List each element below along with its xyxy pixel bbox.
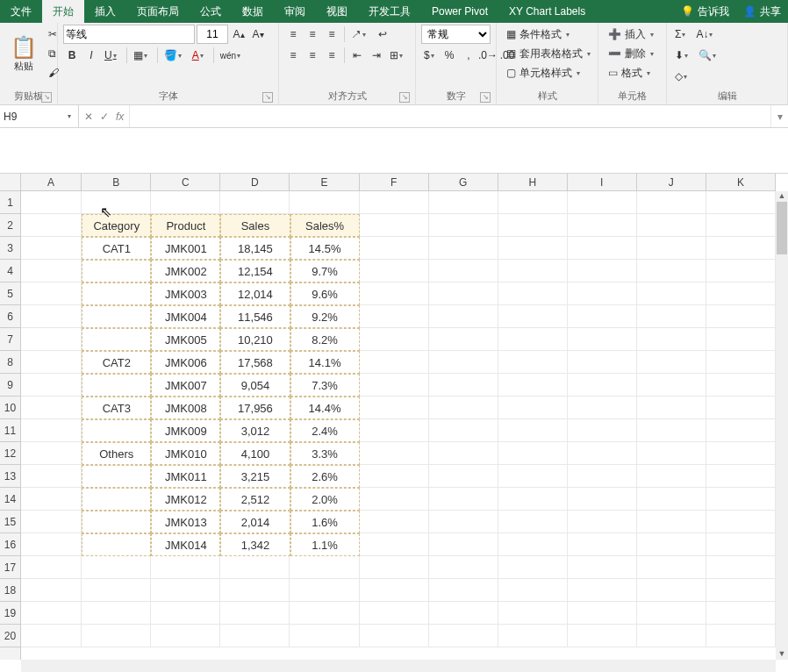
cell[interactable] bbox=[82, 625, 151, 647]
cell[interactable] bbox=[21, 442, 82, 465]
cell[interactable]: 14.4% bbox=[290, 397, 360, 419]
underline-button[interactable]: U▾ bbox=[102, 46, 123, 65]
cell[interactable] bbox=[429, 191, 498, 214]
cell[interactable]: JMK005 bbox=[151, 328, 220, 351]
cell[interactable] bbox=[151, 602, 220, 625]
cell[interactable]: JMK010 bbox=[151, 442, 220, 465]
decrease-indent-button[interactable]: ⇤ bbox=[348, 46, 366, 65]
cell[interactable] bbox=[21, 351, 82, 374]
tab-xy-chart-labels[interactable]: XY Chart Labels bbox=[498, 0, 596, 23]
font-size-combo[interactable] bbox=[197, 25, 228, 44]
cell[interactable] bbox=[568, 488, 637, 511]
increase-decimal-button[interactable]: .0→ bbox=[479, 46, 497, 65]
column-header[interactable]: C bbox=[151, 174, 220, 190]
column-header[interactable]: J bbox=[637, 174, 706, 190]
cell[interactable]: 12,154 bbox=[220, 260, 290, 282]
cell[interactable] bbox=[637, 260, 706, 282]
cell[interactable] bbox=[429, 214, 498, 237]
cell[interactable] bbox=[360, 282, 429, 305]
number-format-combo[interactable]: 常规 bbox=[421, 25, 491, 44]
orientation-button[interactable]: ⭧▾ bbox=[348, 25, 372, 44]
cell[interactable]: Others bbox=[82, 442, 151, 465]
cell[interactable] bbox=[21, 419, 82, 442]
cell[interactable]: 8.2% bbox=[290, 328, 360, 351]
row-header[interactable]: 19 bbox=[0, 602, 20, 625]
cell-styles-button[interactable]: ▢单元格样式▾ bbox=[502, 63, 592, 82]
select-all-corner[interactable] bbox=[0, 174, 21, 191]
cell[interactable] bbox=[637, 419, 706, 442]
cell[interactable] bbox=[220, 579, 290, 602]
cell[interactable] bbox=[706, 533, 776, 556]
fill-button[interactable]: ⬇▾ bbox=[672, 46, 694, 65]
cell[interactable] bbox=[498, 397, 568, 419]
cell[interactable] bbox=[82, 579, 151, 602]
cell[interactable] bbox=[429, 397, 498, 419]
cell[interactable] bbox=[21, 191, 82, 214]
font-name-combo[interactable] bbox=[63, 25, 195, 44]
tab-formulas[interactable]: 公式 bbox=[190, 0, 232, 23]
cell[interactable] bbox=[706, 328, 776, 351]
cell[interactable] bbox=[360, 419, 429, 442]
cell[interactable] bbox=[568, 579, 637, 602]
cell[interactable] bbox=[498, 305, 568, 328]
delete-cells-button[interactable]: ➖删除▾ bbox=[604, 44, 661, 63]
cell[interactable]: Category bbox=[82, 214, 151, 237]
cell[interactable] bbox=[706, 442, 776, 465]
cell[interactable] bbox=[706, 419, 776, 442]
cell[interactable] bbox=[21, 305, 82, 328]
cell[interactable] bbox=[360, 602, 429, 625]
cell[interactable]: JMK009 bbox=[151, 419, 220, 442]
percent-format-button[interactable]: % bbox=[441, 46, 458, 65]
row-header[interactable]: 3 bbox=[0, 237, 20, 260]
cell[interactable]: 10,210 bbox=[220, 328, 290, 351]
cell[interactable] bbox=[637, 442, 706, 465]
cell[interactable] bbox=[498, 374, 568, 397]
cell[interactable] bbox=[706, 374, 776, 397]
cell[interactable] bbox=[568, 625, 637, 647]
row-header[interactable]: 1 bbox=[0, 191, 20, 214]
cell[interactable] bbox=[21, 260, 82, 282]
cell[interactable] bbox=[637, 282, 706, 305]
cell[interactable]: 1,342 bbox=[220, 533, 290, 556]
cell[interactable] bbox=[290, 191, 359, 214]
cell[interactable] bbox=[637, 579, 706, 602]
cell[interactable] bbox=[21, 488, 82, 511]
row-header[interactable]: 15 bbox=[0, 511, 20, 533]
cell[interactable]: 1.6% bbox=[290, 511, 360, 533]
dialog-launcher-icon[interactable]: ↘ bbox=[480, 92, 491, 103]
cell[interactable] bbox=[568, 442, 637, 465]
tab-page-layout[interactable]: 页面布局 bbox=[126, 0, 190, 23]
cell[interactable] bbox=[220, 556, 290, 579]
row-header[interactable]: 2 bbox=[0, 214, 20, 237]
cell[interactable] bbox=[429, 533, 498, 556]
cell[interactable] bbox=[637, 214, 706, 237]
phonetic-button[interactable]: wén▾ bbox=[218, 46, 247, 65]
cell[interactable]: JMK002 bbox=[151, 260, 220, 282]
cell[interactable] bbox=[21, 602, 82, 625]
comma-format-button[interactable]: , bbox=[460, 46, 477, 65]
tab-home[interactable]: 开始 bbox=[42, 0, 84, 23]
fx-label[interactable]: fx bbox=[116, 111, 124, 123]
column-header[interactable]: H bbox=[498, 174, 568, 190]
cell[interactable] bbox=[498, 191, 568, 214]
cell[interactable]: 2.4% bbox=[290, 419, 360, 442]
cell[interactable] bbox=[706, 625, 776, 647]
horizontal-scrollbar[interactable] bbox=[21, 660, 776, 672]
cell[interactable] bbox=[637, 374, 706, 397]
cell[interactable] bbox=[637, 351, 706, 374]
row-header[interactable]: 8 bbox=[0, 351, 20, 374]
cell[interactable]: 2.6% bbox=[290, 465, 360, 488]
cell[interactable] bbox=[21, 237, 82, 260]
cell[interactable] bbox=[360, 397, 429, 419]
decrease-font-button[interactable]: A▾ bbox=[249, 25, 267, 44]
cell[interactable]: JMK003 bbox=[151, 282, 220, 305]
cell[interactable] bbox=[568, 374, 637, 397]
cell[interactable] bbox=[21, 328, 82, 351]
cell[interactable] bbox=[360, 556, 429, 579]
autosum-button[interactable]: Σ▾ bbox=[672, 25, 691, 44]
cell[interactable]: 11,546 bbox=[220, 305, 290, 328]
row-header[interactable]: 13 bbox=[0, 465, 20, 488]
cell[interactable]: 12,014 bbox=[220, 282, 290, 305]
cell[interactable] bbox=[360, 511, 429, 533]
cell[interactable] bbox=[360, 625, 429, 647]
